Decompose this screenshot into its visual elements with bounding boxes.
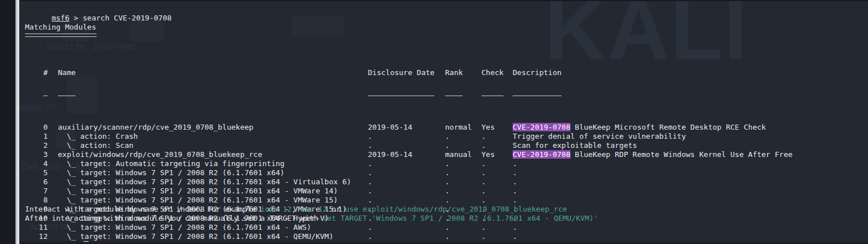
rank: .	[445, 132, 450, 141]
disclosure-date: .	[368, 196, 372, 205]
module-name: \_ target: Windows 7 SP1 / 2008 R2 (6.1.…	[58, 196, 338, 205]
prompt-separator: >	[69, 14, 82, 22]
disclosure-date: 2019-05-14	[368, 123, 412, 132]
row-index: 8	[25, 196, 48, 205]
check: Yes	[481, 150, 494, 159]
disclosure-date: 2019-05-14	[368, 150, 412, 159]
command-hint: use 12	[300, 205, 327, 213]
cve-highlight: CVE-2019-0708	[513, 123, 571, 131]
description: .	[513, 196, 517, 205]
table-row: 5 \_ target: Windows 7 SP1 / 2008 R2 (6.…	[25, 168, 868, 177]
description: .	[513, 168, 517, 177]
header-check: Check	[481, 68, 504, 77]
description: CVE-2019-0708 BlueKeep Microsoft Remote …	[513, 123, 766, 132]
hint-text: After interacting with a module you can …	[25, 214, 322, 222]
table-row: 8 \_ target: Windows 7 SP1 / 2008 R2 (6.…	[25, 196, 868, 205]
disclosure-date: .	[368, 141, 372, 150]
row-index: 11	[25, 223, 48, 232]
prompt-separator: >	[69, 241, 82, 244]
description: Trigger denial of service vulnerability	[513, 132, 686, 141]
row-index: 6	[25, 177, 48, 187]
rank: .	[445, 196, 450, 205]
check: .	[481, 159, 486, 168]
header-name: Name	[58, 68, 76, 77]
hint-line-interact: Interact with a module by name or index.…	[25, 205, 868, 214]
description: .	[513, 187, 517, 196]
module-name: \_ action: Crash	[58, 132, 138, 141]
row-index: 2	[25, 141, 48, 150]
command-hint: set TARGET 'Windows 7 SP1 / 2008 R2 (6.1…	[322, 214, 598, 222]
module-name: \_ action: Scan	[58, 141, 133, 150]
disclosure-date: .	[368, 177, 372, 187]
table-row: 1 \_ action: Crash...Trigger denial of s…	[25, 132, 868, 141]
hint-text: Interact with a module by name or index.…	[25, 205, 261, 213]
table-row: 0auxiliary/scanner/rdp/cve_2019_0708_blu…	[25, 123, 868, 132]
rank: .	[445, 168, 450, 177]
prompt-label: msf6	[52, 14, 69, 22]
module-name: \_ target: Windows 7 SP1 / 2008 R2 (6.1.…	[58, 177, 351, 187]
command-hint: info 12	[261, 205, 292, 213]
check: .	[481, 141, 486, 150]
check: Yes	[481, 123, 494, 132]
module-name: \_ target: Automatic targeting via finge…	[58, 159, 284, 168]
check: .	[481, 132, 486, 141]
disclosure-date: .	[368, 159, 372, 168]
rank: normal	[445, 123, 472, 132]
header-description: Description	[513, 68, 561, 77]
row-index: 1	[25, 132, 48, 141]
module-name: exploit/windows/rdp/cve_2019_0708_blueke…	[58, 150, 262, 159]
terminal-window: KALI 122121.txtJNDI-Inject…ideaIC-20…CVE…	[19, 0, 868, 244]
table-row: 4 \_ target: Automatic targeting via fin…	[25, 159, 868, 168]
hint-text: ,	[292, 205, 301, 213]
description: CVE-2019-0708 BlueKeep RDP Remote Window…	[513, 150, 792, 159]
check: .	[481, 168, 486, 177]
check: .	[481, 187, 486, 196]
rank: .	[445, 141, 450, 150]
module-name: \_ target: Windows 7 SP1 / 2008 R2 (6.1.…	[58, 168, 284, 177]
table-header-underline	[25, 96, 868, 105]
rank: .	[445, 159, 450, 168]
cve-highlight: CVE-2019-0708	[513, 150, 571, 159]
row-index: 3	[25, 150, 48, 159]
table-row: 7 \_ target: Windows 7 SP1 / 2008 R2 (6.…	[25, 187, 868, 196]
disclosure-date: .	[368, 132, 372, 141]
disclosure-date: .	[368, 187, 372, 196]
table-row: 3exploit/windows/rdp/cve_2019_0708_bluek…	[25, 150, 868, 159]
header-disclosure-date: Disclosure Date	[368, 68, 434, 77]
disclosure-date: .	[368, 223, 372, 232]
prompt-input-line[interactable]: msf6 >	[25, 232, 868, 244]
module-name: \_ target: Windows 7 SP1 / 2008 R2 (6.1.…	[58, 187, 338, 196]
row-index: 0	[25, 123, 48, 132]
command-hint: use exploit/windows/rdp/cve_2019_0708_bl…	[345, 205, 567, 213]
terminal-output: msf6 > search CVE-2019-0708 Matching Mod…	[25, 5, 868, 187]
rank: .	[445, 187, 450, 196]
table-row: 11 \_ target: Windows 7 SP1 / 2008 R2 (6…	[25, 223, 868, 232]
table-header-row: # Name Disclosure Date Rank Check Descri…	[25, 68, 868, 77]
row-index: 7	[25, 187, 48, 196]
check: .	[481, 177, 486, 187]
module-name: auxiliary/scanner/rdp/cve_2019_0708_blue…	[58, 123, 253, 132]
description: .	[513, 177, 517, 187]
description: .	[513, 223, 517, 232]
check: .	[481, 223, 486, 232]
table-body: 0auxiliary/scanner/rdp/cve_2019_0708_blu…	[25, 123, 868, 241]
hint-line-set-target: After interacting with a module you can …	[25, 214, 868, 223]
disclosure-date: .	[368, 168, 372, 177]
header-index: #	[25, 68, 48, 77]
table-row: 2 \_ action: Scan...Scan for exploitable…	[25, 141, 868, 150]
module-name: \_ target: Windows 7 SP1 / 2008 R2 (6.1.…	[58, 223, 311, 232]
rank: manual	[445, 150, 472, 159]
description: .	[513, 159, 517, 168]
prompt-label: msf6	[52, 241, 69, 244]
rank: .	[445, 223, 450, 232]
header-rank: Rank	[445, 68, 463, 77]
hint-text: or	[327, 205, 345, 213]
section-title: Matching Modules	[25, 23, 868, 32]
typed-command: search CVE-2019-0708	[83, 14, 172, 22]
rank: .	[445, 177, 450, 187]
section-title-underline	[25, 34, 97, 37]
row-index: 4	[25, 159, 48, 168]
description: Scan for exploitable targets	[513, 141, 637, 150]
row-index: 5	[25, 168, 48, 177]
terminal-cursor[interactable]	[83, 241, 89, 244]
